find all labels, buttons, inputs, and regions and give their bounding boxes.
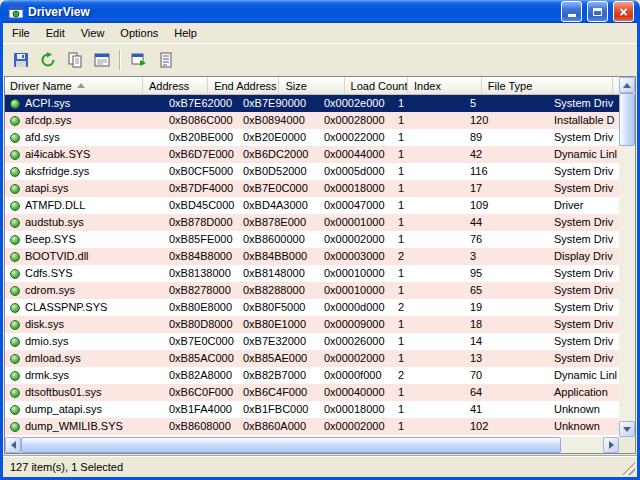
driver-icon (10, 354, 20, 364)
table-row[interactable]: dtsoftbus01.sys0xB6C0F0000xB6C4F0000x000… (5, 384, 619, 401)
table-row[interactable]: afcdp.sys0xB086C0000xB08940000x000280001… (5, 112, 619, 129)
scroll-down-button[interactable] (619, 421, 635, 437)
cell-name: dump_atapi.sys (5, 401, 163, 418)
titlebar[interactable]: DriverView × (3, 0, 637, 23)
cell-end_address: 0xB7E90000 (237, 95, 318, 112)
cell-index: 89 (464, 129, 548, 146)
status-text: 127 item(s), 1 Selected (10, 461, 123, 473)
scroll-right-button[interactable] (603, 437, 619, 453)
refresh-icon (40, 52, 56, 68)
sort-ascending-icon (77, 83, 85, 88)
table-row[interactable]: CLASSPNP.SYS0xB80E80000xB80F50000x0000d0… (5, 299, 619, 316)
cell-index: 116 (464, 163, 548, 180)
table-row[interactable]: ai4icabk.SYS0xB6D7E0000xB6DC20000x000440… (5, 146, 619, 163)
cell-index: 102 (464, 418, 548, 435)
table-body[interactable]: ACPI.sys0xB7E620000xB7E900000x0002e00015… (5, 95, 619, 437)
cell-size: 0x0005d000 (318, 163, 392, 180)
horizontal-scroll-thumb[interactable] (21, 437, 561, 453)
table-row[interactable]: BOOTVID.dll0xB84B80000xB84BB0000x0000300… (5, 248, 619, 265)
cell-index: 41 (464, 401, 548, 418)
cell-size: 0x00001000 (318, 214, 392, 231)
horizontal-scrollbar[interactable] (5, 437, 619, 453)
cell-size: 0x0002e000 (318, 95, 392, 112)
close-icon: × (619, 5, 627, 19)
table-row[interactable]: dump_WMILIB.SYS0xB86080000xB860A0000x000… (5, 418, 619, 435)
driver-icon (10, 252, 20, 262)
cell-address: 0xB8138000 (163, 265, 237, 282)
table-row[interactable]: atapi.sys0xB7DF40000xB7E0C0000x000180001… (5, 180, 619, 197)
column-header-load-count[interactable]: Load Count (345, 77, 408, 95)
table-row[interactable]: disk.sys0xB80D80000xB80E10000x0000900011… (5, 316, 619, 333)
cell-file_type: Unknown (548, 401, 619, 418)
menu-help[interactable]: Help (166, 24, 205, 42)
vertical-scrollbar[interactable] (619, 77, 635, 437)
run-button[interactable] (125, 47, 152, 72)
cell-file_type: System Driv (548, 95, 619, 112)
cell-address: 0xB0CF5000 (163, 163, 237, 180)
minimize-button[interactable] (561, 1, 582, 22)
table-row[interactable]: aksfridge.sys0xB0CF50000xB0D520000x0005d… (5, 163, 619, 180)
cell-index: 76 (464, 231, 548, 248)
table-row[interactable]: ATMFD.DLL0xBD45C0000xBD4A30000x000470001… (5, 197, 619, 214)
vertical-scroll-track[interactable] (619, 146, 635, 421)
cell-address: 0xB6C0F000 (163, 384, 237, 401)
menu-options[interactable]: Options (112, 24, 166, 42)
cell-name: drmk.sys (5, 367, 163, 384)
menu-file[interactable]: File (4, 24, 38, 42)
cell-name: aksfridge.sys (5, 163, 163, 180)
table-row[interactable]: afd.sys0xB20BE0000xB20E00000x00022000189… (5, 129, 619, 146)
refresh-button[interactable] (34, 47, 61, 72)
driver-list: Driver Name Address End Address Size Loa… (4, 76, 636, 454)
arrow-right-icon (609, 441, 614, 449)
vertical-scroll-thumb[interactable] (619, 93, 635, 146)
resize-grip-icon[interactable] (622, 462, 635, 475)
column-header-file-type[interactable]: File Type (482, 77, 613, 95)
cell-address: 0xB85FE000 (163, 231, 237, 248)
cell-index: 18 (464, 316, 548, 333)
save-button[interactable] (7, 47, 34, 72)
driver-icon (10, 116, 20, 126)
cell-size: 0x00047000 (318, 197, 392, 214)
cell-name: audstub.sys (5, 214, 163, 231)
cell-file_type: System Driv (548, 163, 619, 180)
driverview-window: DriverView × File Edit View Options Help (0, 0, 640, 480)
scroll-left-button[interactable] (5, 437, 21, 453)
column-header-size[interactable]: Size (279, 77, 344, 95)
table-row[interactable]: Beep.SYS0xB85FE0000xB86000000x0000200017… (5, 231, 619, 248)
column-header-end-address[interactable]: End Address (208, 77, 279, 95)
table-row[interactable]: dmload.sys0xB85AC0000xB85AE0000x00002000… (5, 350, 619, 367)
cell-load_count: 1 (392, 197, 464, 214)
table-row[interactable]: Cdfs.SYS0xB81380000xB81480000x0001000019… (5, 265, 619, 282)
menu-view[interactable]: View (73, 24, 113, 42)
cell-load_count: 1 (392, 282, 464, 299)
cell-end_address: 0xB6C4F000 (237, 384, 318, 401)
table-row[interactable]: dump_atapi.sys0xB1FA40000xB1FBC0000x0001… (5, 401, 619, 418)
table-row[interactable]: audstub.sys0xB878D0000xB878E0000x0000100… (5, 214, 619, 231)
table-row[interactable]: drmk.sys0xB82A80000xB82B70000x0000f00027… (5, 367, 619, 384)
cell-name: dtsoftbus01.sys (5, 384, 163, 401)
cell-address: 0xB84B8000 (163, 248, 237, 265)
table-row[interactable]: cdrom.sys0xB82780000xB82880000x000100001… (5, 282, 619, 299)
column-header-driver-name[interactable]: Driver Name (5, 77, 143, 95)
cell-index: 95 (464, 265, 548, 282)
table-row[interactable]: ACPI.sys0xB7E620000xB7E900000x0002e00015… (5, 95, 619, 112)
cell-load_count: 1 (392, 418, 464, 435)
copy-button[interactable] (61, 47, 88, 72)
cell-size: 0x00002000 (318, 231, 392, 248)
report-button[interactable] (152, 47, 179, 72)
properties-button[interactable] (88, 47, 115, 72)
menu-edit[interactable]: Edit (38, 24, 73, 42)
cell-load_count: 1 (392, 180, 464, 197)
cell-end_address: 0xB6DC2000 (237, 146, 318, 163)
driver-icon (10, 99, 20, 109)
driver-icon (10, 218, 20, 228)
table-row[interactable]: dmio.sys0xB7E0C0000xB7E320000x0002600011… (5, 333, 619, 350)
close-button[interactable]: × (613, 1, 634, 22)
cell-index: 3 (464, 248, 548, 265)
cell-size: 0x00002000 (318, 350, 392, 367)
scroll-up-button[interactable] (619, 77, 635, 93)
column-header-address[interactable]: Address (143, 77, 208, 95)
maximize-button[interactable] (587, 1, 608, 22)
column-header-index[interactable]: Index (408, 77, 482, 95)
cell-file_type: System Driv (548, 333, 619, 350)
